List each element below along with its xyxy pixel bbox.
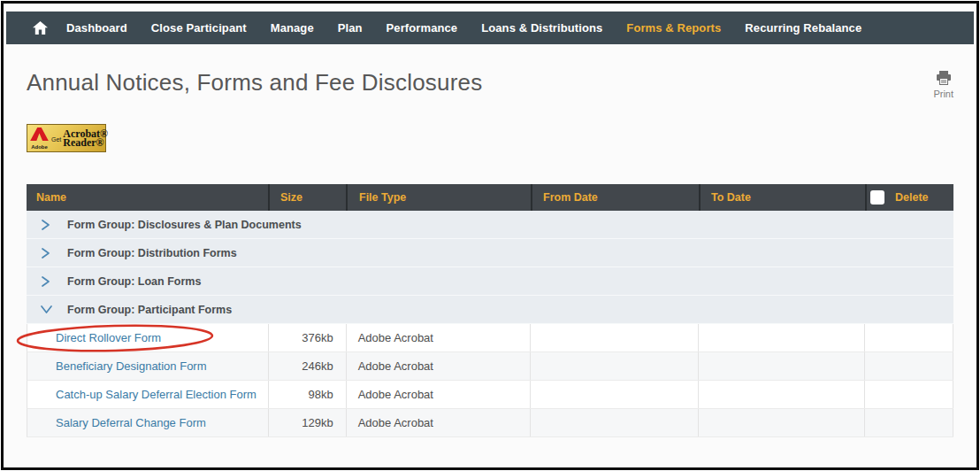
table-row: Beneficiary Designation Form 246kb Adobe… [27, 352, 953, 381]
cell-from-date [531, 324, 699, 351]
cell-to-date [699, 409, 865, 436]
chevron-down-icon[interactable] [40, 304, 55, 315]
cell-delete [865, 352, 953, 380]
adobe-logo: Adobe [30, 127, 49, 150]
cell-size: 376kb [269, 324, 347, 351]
form-group-participant[interactable]: Form Group: Participant Forms [27, 296, 953, 324]
print-label: Print [933, 89, 953, 99]
nav-dashboard[interactable]: Dashboard [66, 21, 127, 35]
cell-delete [865, 324, 953, 351]
header-from-date[interactable]: From Date [531, 184, 699, 211]
table-row: Catch-up Salary Deferral Election Form 9… [27, 381, 953, 409]
nav-performance[interactable]: Performance [387, 21, 458, 35]
cell-delete [865, 409, 953, 436]
badge-reader-label: Acrobat® Reader® [63, 129, 108, 147]
nav-recurring-rebalance[interactable]: Recurring Rebalance [745, 21, 861, 35]
adobe-wordmark: Adobe [31, 144, 48, 150]
header-delete-label: Delete [895, 191, 929, 204]
cell-to-date [699, 324, 865, 351]
form-group-disclosures[interactable]: Form Group: Disclosures & Plan Documents [27, 211, 953, 239]
cell-file-type: Adobe Acrobat [347, 409, 532, 436]
cell-from-date [531, 381, 699, 408]
print-button[interactable]: Print [933, 71, 953, 99]
header-size[interactable]: Size [268, 184, 346, 211]
main-content: Annual Notices, Forms and Fee Disclosure… [4, 69, 976, 437]
form-link-catchup-salary-deferral[interactable]: Catch-up Salary Deferral Election Form [56, 388, 256, 401]
chevron-right-icon[interactable] [40, 219, 55, 231]
header-file-type[interactable]: File Type [346, 184, 531, 211]
cell-size: 246kb [269, 352, 347, 380]
group-label: Form Group: Participant Forms [67, 304, 232, 316]
table-row: Salary Deferral Change Form 129kb Adobe … [27, 409, 953, 437]
nav-manage[interactable]: Manage [271, 21, 314, 35]
nav-close-participant[interactable]: Close Participant [151, 21, 247, 35]
form-link-salary-deferral-change[interactable]: Salary Deferral Change Form [56, 416, 206, 429]
cell-size: 98kb [269, 381, 347, 408]
form-group-distribution[interactable]: Form Group: Distribution Forms [27, 239, 953, 267]
nav-plan[interactable]: Plan [338, 21, 363, 35]
delete-all-checkbox[interactable] [870, 190, 884, 205]
cell-delete [865, 381, 953, 408]
adobe-a-icon [30, 127, 49, 143]
nav-forms-reports[interactable]: Forms & Reports [626, 21, 721, 35]
form-link-direct-rollover[interactable]: Direct Rollover Form [56, 331, 161, 344]
forms-table: Name Size File Type From Date To Date De… [27, 184, 953, 437]
nav-loans-distributions[interactable]: Loans & Distributions [481, 21, 602, 35]
title-row: Annual Notices, Forms and Fee Disclosure… [27, 69, 953, 99]
group-label: Form Group: Distribution Forms [67, 247, 237, 259]
chevron-right-icon[interactable] [40, 247, 55, 259]
cell-file-type: Adobe Acrobat [347, 352, 532, 380]
form-link-beneficiary-designation[interactable]: Beneficiary Designation Form [56, 359, 207, 373]
cell-from-date [531, 409, 699, 436]
group-label: Form Group: Disclosures & Plan Documents [67, 219, 302, 231]
home-icon[interactable] [33, 21, 48, 35]
header-name[interactable]: Name [27, 184, 268, 211]
print-icon [936, 71, 952, 87]
badge-get-label: Get [51, 136, 61, 143]
cell-file-type: Adobe Acrobat [347, 324, 532, 351]
page-title: Annual Notices, Forms and Fee Disclosure… [27, 69, 482, 97]
group-label: Form Group: Loan Forms [67, 275, 201, 288]
cell-from-date [531, 352, 699, 380]
table-row: Direct Rollover Form 376kb Adobe Acrobat [27, 324, 953, 352]
app-window: Dashboard Close Participant Manage Plan … [1, 1, 979, 470]
cell-file-type: Adobe Acrobat [347, 381, 532, 408]
chevron-right-icon[interactable] [40, 275, 55, 288]
cell-size: 129kb [269, 409, 347, 436]
top-navbar: Dashboard Close Participant Manage Plan … [6, 12, 974, 44]
table-header-row: Name Size File Type From Date To Date De… [27, 184, 953, 211]
header-to-date[interactable]: To Date [699, 184, 865, 211]
header-delete: Delete [865, 184, 953, 211]
form-group-loan[interactable]: Form Group: Loan Forms [27, 267, 953, 296]
get-acrobat-reader-badge[interactable]: Adobe Get Acrobat® Reader® [27, 124, 106, 152]
badge-reader-text: Reader® [63, 138, 108, 147]
cell-to-date [699, 352, 865, 380]
cell-to-date [699, 381, 865, 408]
